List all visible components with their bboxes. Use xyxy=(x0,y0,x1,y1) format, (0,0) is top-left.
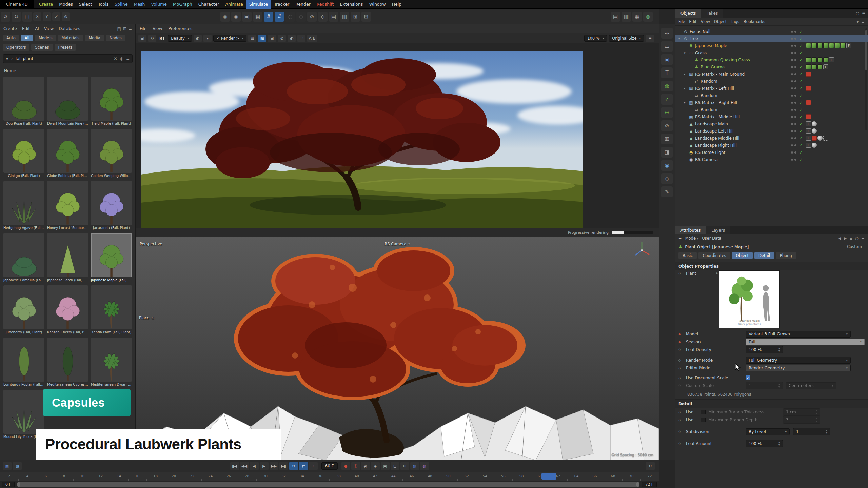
asset-item[interactable]: Kanzan Cherry (Fall, Plant) xyxy=(47,285,88,334)
timeline-tick[interactable]: 16 xyxy=(128,472,146,481)
object-label[interactable]: Common Quaking Grass xyxy=(701,58,750,62)
next-frame-button[interactable]: ▶▶ xyxy=(270,462,278,470)
enabled-check-icon[interactable]: ✓ xyxy=(799,36,803,41)
timeline-tick[interactable]: 22 xyxy=(183,472,201,481)
key-rotation-button[interactable]: ◻ xyxy=(391,462,399,470)
doc-scale-key-icon[interactable]: ◇ xyxy=(678,376,686,380)
object-tree-row[interactable]: ▾ Tree ✓ xyxy=(675,35,868,42)
tag-chip-m[interactable] xyxy=(823,57,828,62)
tag-chip-m[interactable] xyxy=(835,43,840,48)
render-mode-dropdown[interactable]: Full Geometry ▾ xyxy=(746,357,851,364)
asset-thumbnail[interactable] xyxy=(3,233,44,277)
timeline-tick[interactable]: 52 xyxy=(457,472,476,481)
tag-chip-red[interactable] xyxy=(806,100,811,105)
object-label[interactable]: Landscape Middle Hill xyxy=(695,136,739,141)
asset-category-tab[interactable]: Presets xyxy=(55,44,76,51)
key-parameter-button[interactable]: ⊞ xyxy=(400,462,409,470)
object-tree-row[interactable]: ▾ Random ✓ xyxy=(675,106,868,113)
tag-chip-m[interactable] xyxy=(817,64,823,69)
render-visibility-dot[interactable] xyxy=(794,109,796,111)
viewport-view-label[interactable]: Perspective xyxy=(140,242,162,246)
object-label[interactable]: Grass xyxy=(695,50,707,55)
editor-visibility-dot[interactable] xyxy=(791,73,793,75)
timeline-tick[interactable]: 10 xyxy=(73,472,92,481)
object-label[interactable]: Random xyxy=(701,93,717,98)
render-output-canvas[interactable] xyxy=(141,51,583,228)
timeline-tick[interactable]: 46 xyxy=(402,472,421,481)
object-label[interactable]: Landscape Right Hill xyxy=(695,143,737,148)
tag-chip-red[interactable] xyxy=(806,114,811,119)
asset-item[interactable]: Field Maple (Fall, Plant) xyxy=(91,77,132,125)
render-view-menu-item[interactable]: Preferences xyxy=(169,26,193,31)
object-tree-row[interactable]: ▾ RS Matrix - Left Hill ✓ xyxy=(675,85,868,92)
object-label[interactable]: Tree xyxy=(690,36,698,41)
asset-filter-tab[interactable]: Nodes xyxy=(106,35,125,41)
timeline-tick[interactable]: 42 xyxy=(366,472,384,481)
subdivision-key-icon[interactable]: ◇ xyxy=(678,430,686,433)
crop-icon[interactable]: ⬚ xyxy=(297,35,305,42)
editor-visibility-dot[interactable] xyxy=(791,116,793,118)
object-manager-tab[interactable]: Takes xyxy=(701,9,723,18)
object-tree-row[interactable]: ▾ Japanese Maple ✓ F xyxy=(675,42,868,49)
asset-thumbnail[interactable] xyxy=(3,338,44,382)
attributes-tab[interactable]: Attributes xyxy=(675,226,706,234)
tag-chip-ph[interactable] xyxy=(812,128,817,134)
globe-online-icon[interactable]: ◍ xyxy=(643,12,653,22)
pencil-tool-icon[interactable]: ✎ xyxy=(661,186,673,197)
asset-thumbnail[interactable] xyxy=(47,77,88,121)
om-filter-icon[interactable]: ▾ xyxy=(857,19,859,24)
object-label[interactable]: Blue Grama xyxy=(701,65,725,69)
render-visibility-dot[interactable] xyxy=(794,66,796,68)
timeline-tick[interactable]: 8 xyxy=(55,472,73,481)
editor-visibility-dot[interactable] xyxy=(791,144,793,146)
object-tree-row[interactable]: ▾ Landscape Main ✓ F xyxy=(675,120,868,127)
object-tree-row[interactable]: ▾ RS Camera ✓ xyxy=(675,156,868,163)
subdivision-field[interactable]: 1 ▴▾ xyxy=(793,428,830,435)
season-key-icon[interactable]: ◆ xyxy=(678,340,686,344)
editor-visibility-dot[interactable] xyxy=(791,87,793,89)
object-tree-row[interactable]: ▾ Landscape Middle Hill ✓ F xyxy=(675,135,868,142)
enabled-check-icon[interactable]: ✓ xyxy=(799,143,803,148)
workplane-icon[interactable]: ▤ xyxy=(329,12,338,22)
tag-chip-m[interactable] xyxy=(817,43,823,48)
render-view-menu-item[interactable]: File xyxy=(140,26,146,31)
clear-search-icon[interactable]: ✕ xyxy=(114,56,117,61)
asset-thumbnail[interactable] xyxy=(91,77,132,121)
menu-item[interactable]: Tools xyxy=(95,0,112,9)
cube-tool-icon[interactable]: ▣ xyxy=(242,12,252,22)
asset-item[interactable]: Honey Locust 'Sunburst' (Fall, Plant) xyxy=(47,181,88,230)
save-image-icon[interactable]: ▣ xyxy=(138,35,146,42)
timeline-tick[interactable]: 4 xyxy=(18,472,37,481)
attr-lock-icon[interactable]: ≡ xyxy=(861,236,865,241)
range-start-field[interactable]: 0 F xyxy=(2,482,15,487)
asset-thumbnail[interactable] xyxy=(91,181,132,225)
menu-item[interactable]: Help xyxy=(389,0,405,9)
object-tree-row[interactable]: ▾ Random ✓ xyxy=(675,92,868,99)
timeline-tick[interactable]: 50 xyxy=(439,472,457,481)
tag-chip-m[interactable] xyxy=(806,43,811,48)
enabled-check-icon[interactable]: ✓ xyxy=(799,50,803,55)
tag-chip-m[interactable] xyxy=(806,64,811,69)
render-visibility-dot[interactable] xyxy=(794,45,796,47)
om-menu-item[interactable]: View xyxy=(701,19,710,24)
timeline-tick[interactable]: 48 xyxy=(421,472,439,481)
expand-arrow-icon[interactable]: ▾ xyxy=(684,101,688,104)
attribute-section-tab[interactable]: Object xyxy=(732,252,753,259)
camera-dropdown-icon[interactable]: ▾ xyxy=(408,242,410,246)
enabled-check-icon[interactable]: ✓ xyxy=(799,157,803,162)
expand-arrow-icon[interactable]: ▾ xyxy=(684,87,688,90)
menu-item[interactable]: Spline xyxy=(112,0,131,9)
editor-visibility-dot[interactable] xyxy=(791,130,793,132)
play-button[interactable]: ▶ xyxy=(260,462,269,470)
asset-item[interactable]: Japanese Maple (Fall, Plant) xyxy=(91,233,132,282)
timeline-tick[interactable]: 30 xyxy=(256,472,275,481)
text-tool-icon[interactable]: T xyxy=(661,67,673,78)
custom-scale-field[interactable]: 1 ▴▾ xyxy=(746,382,783,389)
tag-chip-ph[interactable] xyxy=(817,136,823,141)
material-ball-icon[interactable]: ◐ xyxy=(194,35,202,42)
editor-mode-dropdown[interactable]: Render Geometry ▾ xyxy=(746,365,851,371)
enabled-check-icon[interactable]: ✓ xyxy=(799,100,803,105)
enabled-check-icon[interactable]: ✓ xyxy=(799,122,803,126)
min-branch-field[interactable]: 1 cm ▴▾ xyxy=(783,408,820,416)
range-end-field[interactable]: 72 F xyxy=(642,482,657,487)
